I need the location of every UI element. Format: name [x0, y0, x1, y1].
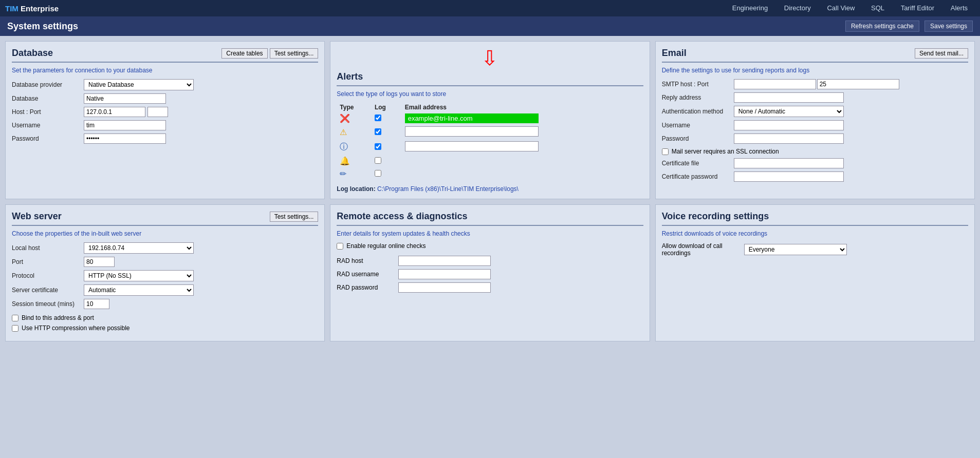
db-username-input[interactable]: [84, 120, 166, 130]
smtp-port-input[interactable]: [817, 79, 899, 89]
allow-download-select[interactable]: Everyone: [744, 244, 847, 255]
db-provider-select[interactable]: Native Database: [84, 79, 194, 90]
log-info-checkbox[interactable]: [375, 143, 381, 150]
email-password-row: Password: [662, 133, 968, 144]
db-port-input[interactable]: [147, 107, 168, 117]
nav-directory[interactable]: Directory: [777, 0, 818, 16]
cert-file-input[interactable]: [734, 158, 844, 168]
ws-port-row: Port: [12, 257, 318, 267]
rad-user-input[interactable]: [398, 269, 491, 279]
nav-callview[interactable]: Call View: [820, 0, 862, 16]
save-settings-button[interactable]: Save settings: [924, 21, 973, 32]
smtp-host-input[interactable]: [734, 79, 816, 89]
ws-port-input[interactable]: [84, 257, 115, 267]
timeout-label: Session timeout (mins): [12, 300, 84, 308]
main-content: Database Create tables Test settings... …: [0, 36, 980, 347]
arrow-indicator: ⇩: [337, 48, 643, 68]
email-title: Email: [662, 48, 913, 59]
remote-panel: Remote access & diagnostics Enter detail…: [330, 204, 650, 341]
col-email: Email address: [402, 103, 643, 112]
col-log: Log: [372, 103, 402, 112]
refresh-settings-button[interactable]: Refresh settings cache: [845, 21, 919, 32]
send-test-mail-button[interactable]: Send test mail...: [915, 48, 968, 59]
db-host-input[interactable]: [84, 107, 145, 117]
ssl-checkbox[interactable]: [662, 148, 669, 155]
local-host-select[interactable]: 192.168.0.74: [84, 242, 194, 254]
bind-checkbox[interactable]: [12, 315, 19, 321]
rad-host-input[interactable]: [398, 256, 491, 266]
auth-label: Authentication method: [662, 108, 734, 115]
log-warning-checkbox[interactable]: [375, 128, 381, 135]
email-password-input[interactable]: [734, 133, 844, 144]
webserver-panel: Web server Test settings... Choose the p…: [5, 204, 325, 341]
email-panel: Email Send test mail... Define the setti…: [655, 41, 975, 199]
rad-pass-label: RAD password: [337, 284, 398, 291]
nav-alerts[interactable]: Alerts: [944, 0, 975, 16]
reply-label: Reply address: [662, 94, 734, 101]
db-username-row: Username: [12, 120, 318, 130]
alert-row-audio: 🔔: [337, 155, 643, 167]
top-nav: Engineering Directory Call View SQL Tari…: [725, 0, 975, 16]
alert-row-warning: ⚠: [337, 125, 643, 140]
enable-checks-checkbox[interactable]: [337, 243, 343, 250]
db-host-label: Host : Port: [12, 108, 84, 116]
alerts-panel: ⇩ Alerts Select the type of logs you wan…: [330, 41, 650, 199]
auth-row: Authentication method None / Automatic: [662, 106, 968, 117]
timeout-row: Session timeout (mins): [12, 299, 318, 309]
db-password-input[interactable]: [84, 133, 166, 144]
log-edit-checkbox[interactable]: [375, 170, 381, 177]
cert-label: Server certificate: [12, 287, 84, 294]
ssl-label: Mail server requires an SSL connection: [672, 148, 779, 155]
test-settings-ws-button[interactable]: Test settings...: [270, 212, 319, 222]
email-error-input: example@tri-line.com: [405, 113, 539, 123]
log-error-checkbox[interactable]: [375, 115, 381, 121]
database-panel-header: Database Create tables Test settings...: [12, 48, 318, 63]
topbar: TIM Enterprise Engineering Directory Cal…: [0, 0, 980, 16]
db-username-label: Username: [12, 122, 84, 129]
email-password-label: Password: [662, 135, 734, 142]
voicerecording-panel: Voice recording settings Restrict downlo…: [655, 204, 975, 341]
vr-panel-header: Voice recording settings: [662, 211, 968, 226]
db-provider-row: Database provider Native Database: [12, 79, 318, 90]
log-audio-checkbox[interactable]: [375, 157, 381, 164]
email-warning-input: [405, 126, 539, 137]
brand-enterprise: Enterprise: [21, 4, 59, 13]
email-username-input[interactable]: [734, 120, 844, 130]
ssl-row: Mail server requires an SSL connection: [662, 148, 968, 155]
reply-row: Reply address: [662, 92, 968, 103]
cert-select[interactable]: Automatic: [84, 284, 194, 296]
auth-select[interactable]: None / Automatic: [734, 106, 844, 117]
webserver-title: Web server: [12, 211, 268, 222]
compress-checkbox[interactable]: [12, 325, 19, 332]
timeout-input[interactable]: [84, 299, 109, 309]
subheader: System settings Refresh settings cache S…: [0, 16, 980, 36]
test-settings-db-button[interactable]: Test settings...: [270, 48, 319, 59]
email-panel-header: Email Send test mail...: [662, 48, 968, 63]
alerts-panel-header: Alerts: [337, 71, 643, 86]
rad-host-row: RAD host: [337, 256, 643, 266]
vr-title: Voice recording settings: [662, 211, 968, 222]
log-location: Log location: C:\Program Files (x86)\Tri…: [337, 185, 643, 193]
db-database-label: Database: [12, 95, 84, 102]
nav-tariff-editor[interactable]: Tariff Editor: [894, 0, 942, 16]
rad-user-label: RAD username: [337, 271, 398, 278]
log-location-label: Log location:: [337, 185, 375, 193]
local-host-label: Local host: [12, 244, 84, 252]
nav-engineering[interactable]: Engineering: [725, 0, 775, 16]
db-password-label: Password: [12, 135, 84, 142]
error-icon: ❌: [340, 114, 350, 123]
smtp-label: SMTP host : Port: [662, 81, 734, 88]
db-database-input[interactable]: [84, 93, 166, 104]
rad-pass-input[interactable]: [398, 282, 491, 293]
reply-input[interactable]: [734, 92, 844, 103]
database-panel: Database Create tables Test settings... …: [5, 41, 325, 199]
nav-sql[interactable]: SQL: [864, 0, 892, 16]
db-host-row: Host : Port: [12, 107, 318, 117]
webserver-panel-header: Web server Test settings...: [12, 211, 318, 226]
remote-subtitle: Enter details for system updates & healt…: [337, 230, 643, 237]
remote-panel-header: Remote access & diagnostics: [337, 211, 643, 226]
create-tables-button[interactable]: Create tables: [221, 48, 267, 59]
cert-pass-input[interactable]: [734, 171, 844, 182]
protocol-select[interactable]: HTTP (No SSL): [84, 270, 194, 281]
warning-icon: ⚠: [340, 128, 347, 137]
